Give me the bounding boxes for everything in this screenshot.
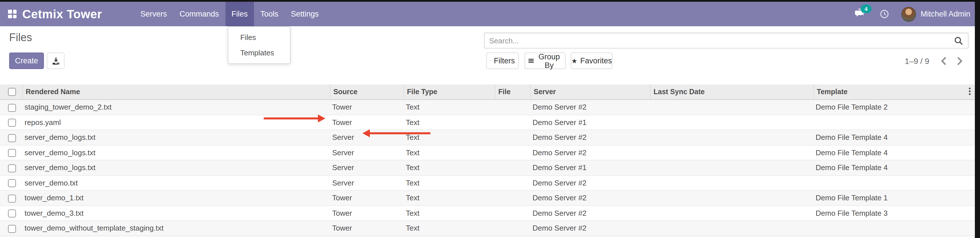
cell-file[interactable]: [495, 175, 530, 190]
select-all-checkbox[interactable]: [8, 88, 16, 96]
cell-last-sync-date[interactable]: [650, 100, 813, 114]
cell-template[interactable]: Demo File Template 1: [813, 190, 964, 205]
cell-server[interactable]: Demo Server #2: [530, 205, 650, 220]
row-checkbox[interactable]: [8, 194, 16, 202]
table-row[interactable]: server_demo.txt Server Text Demo Server …: [0, 175, 975, 190]
table-row[interactable]: tower_demo_3.txt Tower Text Demo Server …: [0, 205, 975, 220]
column-header-server[interactable]: Server: [530, 84, 650, 100]
cell-source[interactable]: Tower: [330, 205, 404, 220]
cell-file[interactable]: [495, 220, 530, 236]
cell-source[interactable]: Server: [330, 145, 404, 160]
cell-server[interactable]: Demo Server #2: [530, 220, 650, 236]
cell-server[interactable]: Demo Server #2: [530, 175, 650, 190]
cell-rendered-name[interactable]: server_demo_logs.txt: [22, 145, 330, 160]
cell-source[interactable]: Tower: [330, 190, 404, 205]
table-row[interactable]: server_demo_logs.txt Server Text Demo Se…: [0, 160, 975, 175]
row-checkbox[interactable]: [8, 119, 16, 127]
cell-last-sync-date[interactable]: [650, 205, 813, 220]
cell-source[interactable]: Server: [330, 160, 404, 175]
cell-last-sync-date[interactable]: [650, 160, 813, 175]
cell-source[interactable]: Server: [330, 130, 404, 145]
cell-server[interactable]: Demo Server #2: [530, 100, 650, 114]
cell-server[interactable]: Demo Server #2: [530, 130, 650, 145]
cell-file-type[interactable]: Text: [404, 190, 495, 205]
messages-icon[interactable]: 4: [854, 6, 869, 21]
cell-file[interactable]: [495, 145, 530, 160]
cell-rendered-name[interactable]: staging_tower_demo_2.txt: [22, 100, 330, 114]
cell-file[interactable]: [495, 190, 530, 205]
cell-rendered-name[interactable]: tower_demo_1.txt: [22, 190, 330, 205]
cell-file[interactable]: [495, 100, 530, 114]
cell-file-type[interactable]: Text: [404, 175, 495, 190]
cell-last-sync-date[interactable]: [650, 130, 813, 145]
row-checkbox[interactable]: [8, 179, 16, 187]
cell-rendered-name[interactable]: server_demo_logs.txt: [22, 130, 330, 145]
table-row[interactable]: server_demo_logs.txt Server Text Demo Se…: [0, 130, 975, 145]
cell-rendered-name[interactable]: tower_demo_without_template_staging.txt: [22, 220, 330, 236]
cell-template[interactable]: Demo File Template 3: [813, 205, 964, 220]
row-checkbox[interactable]: [8, 164, 16, 172]
table-row[interactable]: tower_demo_without_template_staging.txt …: [0, 220, 975, 236]
cell-rendered-name[interactable]: server_demo_logs.txt: [22, 160, 330, 175]
cell-template[interactable]: Demo File Template 4: [813, 145, 964, 160]
cell-rendered-name[interactable]: repos.yaml: [22, 114, 330, 130]
cell-last-sync-date[interactable]: [650, 190, 813, 205]
dropdown-item-templates[interactable]: Templates: [228, 45, 290, 60]
cell-template[interactable]: [813, 175, 964, 190]
cell-server[interactable]: Demo Server #1: [530, 114, 650, 130]
table-row[interactable]: tower_demo_1.txt Tower Text Demo Server …: [0, 190, 975, 205]
table-row[interactable]: server_demo_logs.txt Server Text Demo Se…: [0, 145, 975, 160]
menu-item-servers[interactable]: Servers: [134, 2, 173, 26]
favorites-button[interactable]: ★ Favorites: [571, 52, 612, 69]
apps-grid-icon[interactable]: [8, 10, 17, 18]
row-checkbox[interactable]: [8, 149, 16, 157]
user-avatar[interactable]: [901, 6, 916, 21]
column-header-file[interactable]: File: [495, 84, 530, 100]
activities-clock-icon[interactable]: [880, 10, 889, 18]
row-checkbox[interactable]: [8, 134, 16, 142]
row-checkbox[interactable]: [8, 209, 16, 217]
cell-last-sync-date[interactable]: [650, 114, 813, 130]
user-name[interactable]: Mitchell Admin: [921, 10, 970, 18]
group-by-button[interactable]: Group By: [525, 52, 566, 69]
column-header-rendered-name[interactable]: Rendered Name: [22, 84, 330, 100]
pager-next-button[interactable]: [955, 56, 964, 65]
pager-previous-button[interactable]: [939, 56, 948, 65]
menu-item-commands[interactable]: Commands: [173, 2, 225, 26]
cell-template[interactable]: Demo File Template 4: [813, 160, 964, 175]
export-download-button[interactable]: [47, 52, 65, 69]
cell-file[interactable]: [495, 160, 530, 175]
cell-source[interactable]: Tower: [330, 114, 404, 130]
cell-template[interactable]: Demo File Template 2: [813, 100, 964, 114]
cell-rendered-name[interactable]: server_demo.txt: [22, 175, 330, 190]
column-header-template[interactable]: Template: [813, 84, 964, 100]
cell-last-sync-date[interactable]: [650, 220, 813, 236]
column-header-file-type[interactable]: File Type: [404, 84, 495, 100]
cell-file-type[interactable]: Text: [404, 145, 495, 160]
search-icon[interactable]: [954, 36, 963, 45]
cell-file-type[interactable]: Text: [404, 160, 495, 175]
cell-file-type[interactable]: Text: [404, 100, 495, 114]
search-input[interactable]: [485, 36, 954, 45]
menu-item-files[interactable]: Files: [225, 2, 254, 26]
cell-source[interactable]: Tower: [330, 220, 404, 236]
row-checkbox[interactable]: [8, 225, 16, 233]
table-row[interactable]: repos.yaml Tower Text Demo Server #1: [0, 114, 975, 130]
row-checkbox[interactable]: [8, 103, 16, 111]
menu-item-tools[interactable]: Tools: [254, 2, 285, 26]
cell-source[interactable]: Tower: [330, 100, 404, 114]
cell-file-type[interactable]: Text: [404, 114, 495, 130]
column-header-source[interactable]: Source: [330, 84, 404, 100]
cell-file[interactable]: [495, 205, 530, 220]
dropdown-item-files[interactable]: Files: [228, 30, 290, 45]
cell-server[interactable]: Demo Server #2: [530, 145, 650, 160]
optional-columns-toggle[interactable]: [964, 84, 975, 100]
cell-server[interactable]: Demo Server #1: [530, 160, 650, 175]
cell-file[interactable]: [495, 130, 530, 145]
cell-file-type[interactable]: Text: [404, 220, 495, 236]
cell-file-type[interactable]: Text: [404, 205, 495, 220]
cell-source[interactable]: Server: [330, 175, 404, 190]
create-button[interactable]: Create: [9, 52, 44, 69]
cell-last-sync-date[interactable]: [650, 175, 813, 190]
cell-file-type[interactable]: Text: [404, 130, 495, 145]
